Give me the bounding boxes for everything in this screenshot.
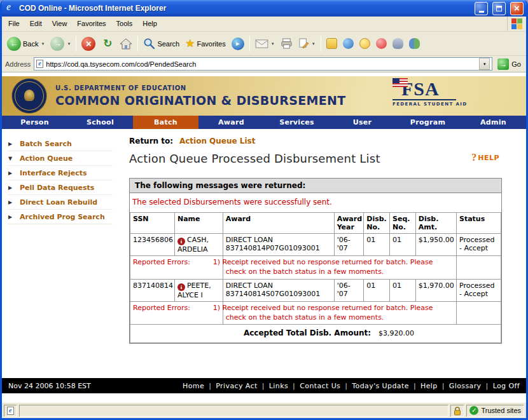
icq-button[interactable] [373, 37, 389, 50]
footer-link-log-off[interactable]: Log Off [493, 382, 520, 390]
tab-school[interactable]: School [67, 116, 133, 129]
discuss-button[interactable] [324, 37, 340, 50]
menu-bar: File Edit View Favorites Tools Help [2, 17, 526, 32]
search-label: Search [157, 40, 179, 48]
cell-seq-no: 01 [390, 279, 416, 301]
page-footer: Nov 24 2006 10:58 EST Home | Privacy Act… [2, 378, 526, 393]
address-dropdown-button[interactable]: ▼ [479, 58, 490, 70]
cell-disb-amt: $1,950.00 [415, 234, 456, 256]
help-button[interactable]: ? HELP [471, 152, 499, 163]
info-icon[interactable] [177, 283, 185, 291]
messenger-icon [343, 38, 354, 49]
footer-separator: | [262, 382, 265, 390]
edit-button[interactable]: ▼ [296, 37, 318, 50]
tab-program[interactable]: Program [395, 116, 461, 129]
info-icon[interactable] [177, 238, 185, 245]
stop-button[interactable] [79, 36, 98, 52]
sidebar-item-action-queue[interactable]: ▼ Action Queue [7, 151, 113, 166]
people-icon [409, 38, 420, 49]
banner-text: U.S. DEPARTMENT OF EDUCATION COMMON ORIG… [55, 85, 345, 107]
menu-favorites[interactable]: Favorites [72, 17, 111, 31]
sidebar-item-pell-data-requests[interactable]: ▶ Pell Data Requests [7, 180, 113, 195]
footer-link-todays-update[interactable]: Today's Update [352, 382, 409, 390]
print-button[interactable] [278, 37, 295, 50]
action-queue-list-link[interactable]: Action Queue List [179, 137, 256, 146]
footer-separator: | [486, 382, 489, 390]
sidebar-item-batch-search[interactable]: ▶ Batch Search [7, 137, 113, 151]
search-button[interactable]: Search [141, 36, 182, 51]
sidebar-item-direct-loan-rebuild[interactable]: ▶ Direct Loan Rebuild [7, 195, 113, 210]
favorites-button[interactable]: Favorites [183, 36, 228, 51]
go-button[interactable]: Go [496, 58, 523, 71]
forward-button[interactable]: ▼ [48, 36, 73, 52]
ie-icon[interactable] [6, 3, 16, 13]
go-label: Go [511, 60, 521, 68]
refresh-button[interactable] [99, 36, 116, 51]
footer-link-home[interactable]: Home [183, 382, 204, 390]
menu-view[interactable]: View [47, 17, 73, 31]
tab-award[interactable]: Award [198, 116, 264, 129]
tab-user[interactable]: User [330, 116, 395, 129]
forward-dropdown-icon[interactable]: ▼ [67, 42, 71, 46]
footer-link-privacy-act[interactable]: Privacy Act [216, 382, 257, 390]
timestamp: Nov 24 2006 10:58 EST [8, 382, 91, 390]
yahoo-messenger-button[interactable] [357, 37, 373, 50]
icq-icon [376, 38, 387, 49]
home-icon [120, 38, 132, 50]
messenger-button[interactable] [340, 37, 356, 50]
contact-button[interactable] [390, 37, 406, 50]
zone-label: Trusted sites [481, 407, 521, 414]
address-input[interactable]: https://cod.qa.tsysecom.com/cod/PendedSe… [34, 57, 492, 71]
media-button[interactable] [229, 36, 247, 51]
page-bottom-gap [2, 393, 526, 402]
tab-batch[interactable]: Batch [133, 116, 198, 129]
cell-award-year: '06-'07 [334, 279, 364, 301]
messages-box: The following messages were returned: Th… [129, 178, 502, 344]
address-label: Address [5, 60, 31, 68]
address-url[interactable]: https://cod.qa.tsysecom.com/cod/PendedSe… [46, 60, 476, 68]
people-button[interactable] [406, 37, 422, 50]
chevron-right-icon: ▶ [8, 213, 15, 221]
footer-link-links[interactable]: Links [269, 382, 288, 390]
footer-links: Home | Privacy Act | Links | Contact Us … [183, 382, 520, 390]
sidebar-item-label: Pell Data Requests [20, 184, 94, 192]
sidebar-item-archived-prog-search[interactable]: ▶ Archived Prog Search [7, 210, 113, 224]
mail-dropdown-icon[interactable]: ▼ [271, 42, 275, 46]
footer-link-contact-us[interactable]: Contact Us [300, 382, 340, 390]
edit-dropdown-icon[interactable]: ▼ [312, 42, 316, 46]
cell-name: CASH, ARDELIA [174, 234, 223, 256]
maximize-button[interactable] [492, 2, 506, 15]
department-name: U.S. DEPARTMENT OF EDUCATION [55, 85, 345, 91]
footer-link-help[interactable]: Help [420, 382, 438, 390]
zone-pane[interactable]: Trusted sites [466, 405, 524, 417]
menu-help[interactable]: Help [137, 17, 162, 31]
menu-file[interactable]: File [3, 17, 25, 31]
tab-services[interactable]: Services [264, 116, 330, 129]
sidebar-item-label: Batch Search [20, 140, 72, 148]
menu-tools[interactable]: Tools [111, 17, 138, 31]
security-pane[interactable] [450, 405, 464, 417]
menu-edit[interactable]: Edit [25, 17, 47, 31]
col-header-disb-amt: Disb. Amt. [415, 213, 456, 234]
col-header-disb-no: Disb. No. [364, 213, 390, 234]
back-dropdown-icon[interactable]: ▼ [41, 42, 45, 46]
cell-award: DIRECT LOAN 837140814P07G01093001 [223, 234, 334, 256]
trusted-check-icon [469, 406, 478, 415]
back-icon [7, 37, 21, 51]
back-button[interactable]: Back ▼ [4, 36, 47, 52]
sidebar-item-label: Action Queue [20, 154, 73, 163]
minimize-button[interactable] [475, 2, 488, 15]
mail-button[interactable]: ▼ [253, 37, 277, 50]
close-button[interactable] [510, 2, 524, 15]
sidebar-item-interface-rejects[interactable]: ▶ Interface Rejects [7, 166, 113, 180]
footer-separator: | [293, 382, 295, 390]
home-button[interactable] [117, 37, 135, 51]
col-header-status: Status [456, 213, 501, 234]
chevron-right-icon: ▶ [8, 169, 15, 177]
tab-admin[interactable]: Admin [461, 116, 526, 129]
cell-ssn: 837140814 [130, 279, 175, 301]
tab-person[interactable]: Person [2, 116, 67, 129]
minimize-icon [479, 11, 484, 13]
messages-header: The following messages were returned: [130, 179, 501, 193]
footer-link-glossary[interactable]: Glossary [449, 382, 482, 390]
